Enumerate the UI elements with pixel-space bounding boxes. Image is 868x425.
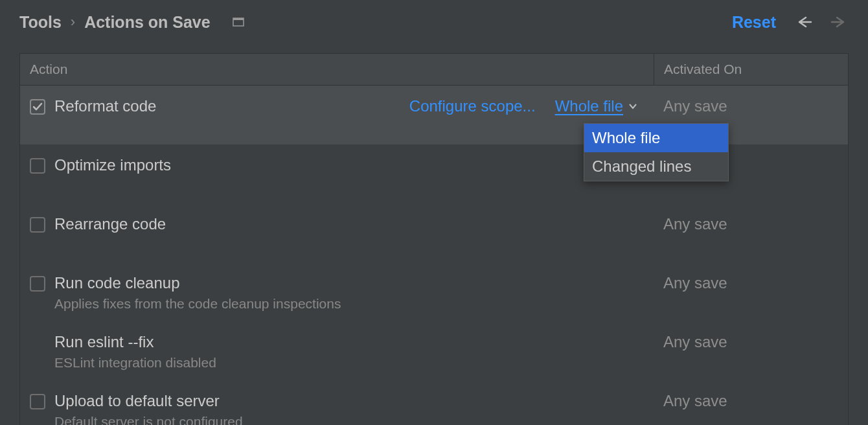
table-row[interactable]: Run eslint --fix ESLint integration disa… xyxy=(20,321,848,380)
table-row[interactable]: Run code cleanup Applies fixes from the … xyxy=(20,262,848,321)
activated-on-value: Any save xyxy=(654,321,848,380)
dropdown-option-whole-file[interactable]: Whole file xyxy=(584,124,728,152)
breadcrumb-current: Actions on Save xyxy=(84,13,211,32)
activated-on-value: Any save xyxy=(654,203,848,262)
activated-on-value: Any save xyxy=(654,380,848,425)
table-body: Reformat code Configure scope... Whole f… xyxy=(20,86,848,425)
scope-dropdown-label: Whole file xyxy=(555,97,623,115)
forward-arrow-icon xyxy=(830,15,849,29)
action-label: Upload to default server xyxy=(54,392,644,410)
action-label: Run code cleanup xyxy=(54,274,644,292)
action-label: Reformat code xyxy=(54,97,409,115)
activated-on-value: Any save xyxy=(654,262,848,321)
dropdown-option-changed-lines[interactable]: Changed lines xyxy=(584,152,728,181)
column-activated-header[interactable]: Activated On xyxy=(654,54,848,85)
window-icon[interactable] xyxy=(233,17,244,27)
action-sublabel: Applies fixes from the code cleanup insp… xyxy=(54,296,644,312)
table-header: Action Activated On xyxy=(20,54,848,86)
settings-header: Tools › Actions on Save Reset xyxy=(0,0,868,44)
header-actions: Reset xyxy=(732,13,849,32)
checkbox-run-code-cleanup[interactable] xyxy=(30,276,45,292)
scope-dropdown[interactable]: Whole file xyxy=(555,97,637,115)
configure-scope-link[interactable]: Configure scope... xyxy=(409,97,536,115)
reset-button[interactable]: Reset xyxy=(732,13,776,32)
action-label: Run eslint --fix xyxy=(54,333,644,351)
scope-dropdown-menu: Whole file Changed lines xyxy=(584,123,729,181)
checkbox-reformat-code[interactable] xyxy=(30,99,45,115)
actions-table: Action Activated On Reformat code Config… xyxy=(19,53,849,425)
back-arrow-icon[interactable] xyxy=(794,15,812,29)
table-row[interactable]: Rearrange code Any save xyxy=(20,203,848,262)
action-label: Rearrange code xyxy=(54,215,644,233)
chevron-right-icon: › xyxy=(71,14,75,30)
breadcrumb: Tools › Actions on Save xyxy=(19,13,732,32)
action-sublabel: ESLint integration disabled xyxy=(54,355,644,371)
table-row[interactable]: Upload to default server Default server … xyxy=(20,380,848,425)
breadcrumb-parent[interactable]: Tools xyxy=(19,13,62,32)
svg-rect-1 xyxy=(233,18,244,20)
chevron-down-icon xyxy=(628,103,637,109)
action-sublabel: Default server is not configured xyxy=(54,414,644,425)
checkbox-upload-default-server[interactable] xyxy=(30,394,45,409)
action-label: Optimize imports xyxy=(54,156,644,174)
column-action-header[interactable]: Action xyxy=(20,54,654,85)
checkbox-rearrange-code[interactable] xyxy=(30,217,45,233)
checkbox-optimize-imports[interactable] xyxy=(30,158,45,174)
